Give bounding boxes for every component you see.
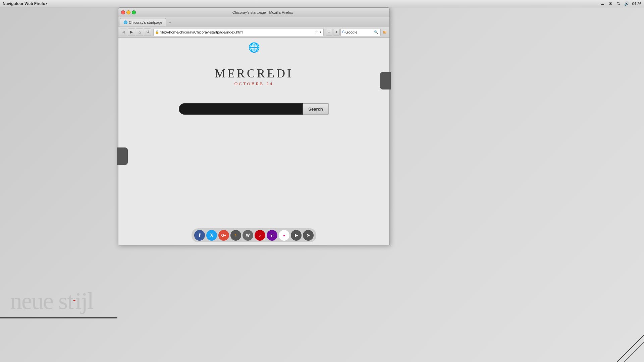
- send-icon[interactable]: ➤: [303, 230, 314, 241]
- left-panel-tab[interactable]: [117, 147, 128, 165]
- zoom-plus-button[interactable]: +: [333, 29, 340, 36]
- tab-label: Chicoray's startpage: [129, 20, 162, 24]
- runner-icon[interactable]: 🏃: [230, 230, 241, 241]
- bg-text: neue st••ijl: [10, 287, 93, 315]
- facebook-icon[interactable]: f: [194, 230, 205, 241]
- network-icon: ⇅: [616, 1, 621, 6]
- forward-button[interactable]: ▶: [128, 28, 135, 36]
- reload-button[interactable]: ↺: [144, 28, 151, 36]
- taskbar: Navigateur Web Firefox ☁ ✉ ⇅ 🔊 04:26: [0, 0, 644, 7]
- bg-line: [0, 317, 117, 318]
- page-content: 🌐 MERCREDI OCTOBRE 24 Search f 𝕏 G+ 🏃 W …: [118, 38, 389, 245]
- svg-line-0: [617, 335, 644, 362]
- minimize-button[interactable]: [126, 10, 130, 14]
- search-section: Search: [179, 103, 329, 115]
- search-button[interactable]: Search: [303, 103, 329, 115]
- window-title: Chicoray's startpage - Mozilla Firefox: [139, 10, 387, 14]
- search-engine-label: Google: [345, 30, 373, 34]
- window-controls: [121, 10, 136, 14]
- googleplus-icon[interactable]: G+: [218, 230, 229, 241]
- clock: 04:26: [632, 2, 641, 6]
- browser-search-bar[interactable]: G Google 🔍: [340, 28, 381, 36]
- twitter-icon[interactable]: 𝕏: [206, 230, 217, 241]
- lastfm-icon[interactable]: ♪: [255, 230, 265, 241]
- taskbar-right: ☁ ✉ ⇅ 🔊 04:26: [600, 1, 641, 6]
- deco-lines: [604, 322, 644, 362]
- flickr-icon[interactable]: ●: [279, 230, 289, 241]
- rss-button[interactable]: ⊞: [381, 29, 388, 36]
- nav-bar: ◀ ▶ ⌂ ↺ 🔒 file:///home/chicoray/Chicoray…: [118, 26, 389, 38]
- yahoo-icon[interactable]: Y!: [267, 230, 277, 241]
- right-panel-tab[interactable]: [380, 72, 391, 89]
- play-icon[interactable]: ▶: [291, 230, 302, 241]
- date-section: MERCREDI OCTOBRE 24: [215, 66, 293, 86]
- firefox-window: Chicoray's startpage - Mozilla Firefox 🌐…: [118, 7, 390, 245]
- date-line: OCTOBRE 24: [215, 81, 293, 86]
- search-input[interactable]: [179, 103, 303, 115]
- browser-search-button[interactable]: 🔍: [373, 29, 379, 35]
- tab-bar: 🌐 Chicoray's startpage +: [118, 17, 389, 26]
- bookmark-star[interactable]: ☆: [315, 30, 318, 35]
- address-text: file:///home/chicoray/Chicoray-startpage…: [160, 30, 313, 34]
- address-favicon: 🔒: [155, 30, 159, 34]
- address-dropdown[interactable]: ▼: [319, 31, 322, 34]
- day-name: MERCREDI: [215, 66, 293, 80]
- social-bar: f 𝕏 G+ 🏃 W ♪ Y! ● ▶ ➤: [192, 228, 316, 242]
- close-button[interactable]: [121, 10, 125, 14]
- wikipedia-icon[interactable]: W: [243, 230, 253, 241]
- dot2: •: [74, 298, 75, 303]
- google-search-icon: G: [342, 30, 345, 34]
- taskbar-app-name: Navigateur Web Firefox: [3, 1, 48, 6]
- address-bar[interactable]: 🔒 file:///home/chicoray/Chicoray-startpa…: [153, 28, 324, 36]
- volume-icon: 🔊: [624, 1, 629, 6]
- home-button[interactable]: ⌂: [136, 28, 143, 36]
- mail-icon: ✉: [608, 1, 613, 6]
- tab-favicon: 🌐: [123, 20, 127, 24]
- new-tab-button[interactable]: +: [167, 19, 173, 25]
- globe-icon: 🌐: [248, 42, 260, 53]
- window-titlebar: Chicoray's startpage - Mozilla Firefox: [118, 8, 389, 17]
- zoom-minus-button[interactable]: −: [326, 29, 332, 36]
- cloud-icon: ☁: [600, 1, 605, 6]
- maximize-button[interactable]: [132, 10, 136, 14]
- tab-startpage[interactable]: 🌐 Chicoray's startpage: [120, 18, 166, 26]
- back-button[interactable]: ◀: [120, 28, 127, 36]
